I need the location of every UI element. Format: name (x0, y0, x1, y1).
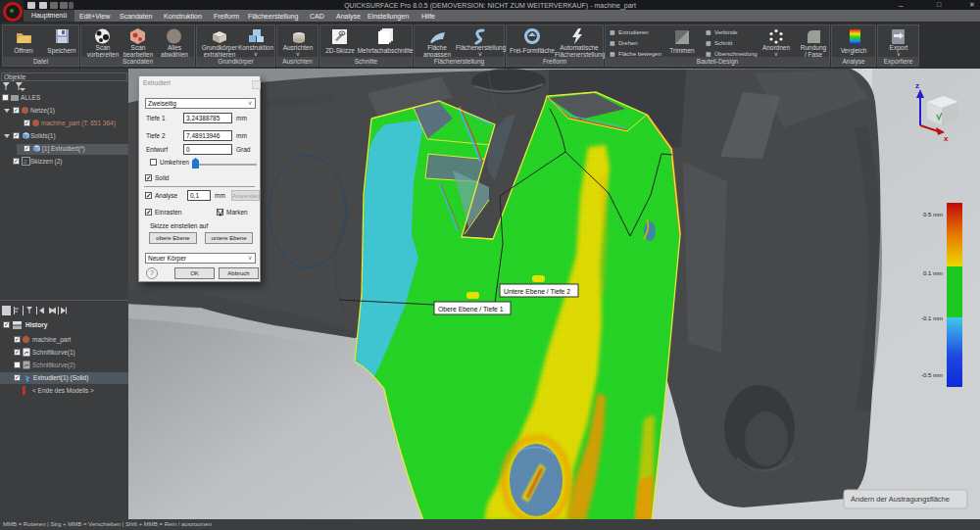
svg-text:2: 2 (24, 159, 27, 165)
svg-text:Ändern der Austragungsfläche: Ändern der Austragungsfläche (851, 495, 950, 504)
svg-text:Untere Ebene / Tiefe 2: Untere Ebene / Tiefe 2 (504, 288, 570, 295)
svg-text:x: x (944, 134, 949, 143)
svg-text:-0.5 mm: -0.5 mm (921, 372, 943, 378)
svg-text:Obere Ebene / Tiefe 1: Obere Ebene / Tiefe 1 (438, 306, 504, 313)
svg-text:-0.1 mm: -0.1 mm (921, 315, 943, 321)
svg-text:0.1 mm: 0.1 mm (923, 270, 943, 276)
svg-text:z: z (915, 81, 919, 90)
svg-text:0.5 mm: 0.5 mm (923, 212, 943, 217)
